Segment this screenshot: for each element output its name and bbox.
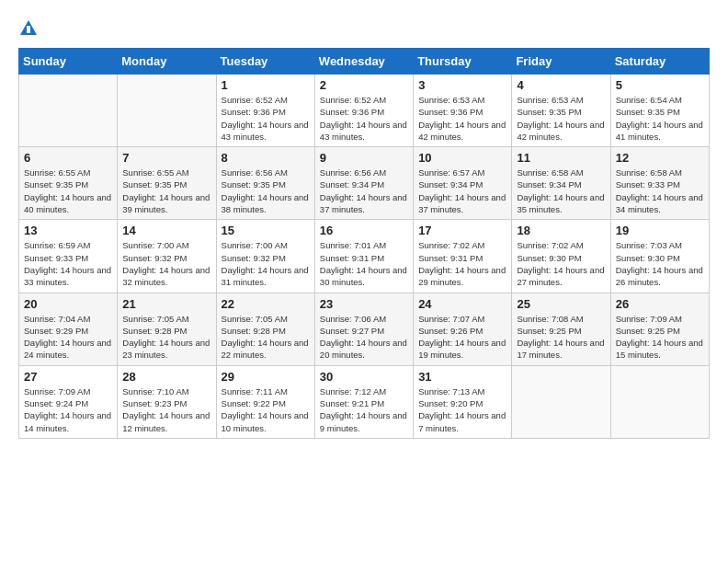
calendar-cell: 5Sunrise: 6:54 AM Sunset: 9:35 PM Daylig…: [610, 75, 709, 147]
weekday-header-wednesday: Wednesday: [314, 49, 413, 75]
day-number: 28: [122, 370, 210, 384]
day-number: 18: [517, 224, 605, 237]
day-number: 5: [616, 78, 704, 92]
calendar-cell: 24Sunrise: 7:07 AM Sunset: 9:26 PM Dayli…: [414, 293, 512, 365]
day-info: Sunrise: 6:52 AM Sunset: 9:36 PM Dayligh…: [320, 94, 408, 143]
calendar-cell: 14Sunrise: 7:00 AM Sunset: 9:32 PM Dayli…: [118, 220, 216, 293]
day-info: Sunrise: 6:55 AM Sunset: 9:35 PM Dayligh…: [24, 167, 112, 215]
header: [18, 18, 710, 39]
calendar-cell: 26Sunrise: 7:09 AM Sunset: 9:25 PM Dayli…: [610, 293, 709, 365]
day-number: 16: [320, 224, 408, 237]
day-number: 9: [320, 151, 408, 165]
day-number: 11: [517, 151, 605, 165]
day-number: 1: [222, 78, 310, 92]
weekday-header-friday: Friday: [512, 49, 610, 75]
calendar-week-row: 20Sunrise: 7:04 AM Sunset: 9:29 PM Dayli…: [19, 293, 710, 365]
weekday-header-saturday: Saturday: [610, 49, 709, 75]
logo: [18, 18, 42, 39]
weekday-header-row: SundayMondayTuesdayWednesdayThursdayFrid…: [19, 49, 710, 75]
day-number: 10: [418, 151, 506, 165]
day-number: 24: [418, 297, 506, 311]
calendar-cell: 3Sunrise: 6:53 AM Sunset: 9:36 PM Daylig…: [414, 75, 512, 147]
day-info: Sunrise: 7:01 AM Sunset: 9:31 PM Dayligh…: [320, 239, 408, 288]
calendar-cell: 10Sunrise: 6:57 AM Sunset: 9:34 PM Dayli…: [414, 147, 512, 220]
calendar-cell: 17Sunrise: 7:02 AM Sunset: 9:31 PM Dayli…: [414, 220, 512, 293]
calendar-cell: [19, 75, 118, 147]
day-info: Sunrise: 6:58 AM Sunset: 9:33 PM Dayligh…: [616, 167, 704, 215]
calendar-cell: 16Sunrise: 7:01 AM Sunset: 9:31 PM Dayli…: [314, 220, 413, 293]
weekday-header-thursday: Thursday: [414, 49, 512, 75]
day-number: 25: [517, 297, 605, 311]
day-info: Sunrise: 7:09 AM Sunset: 9:25 PM Dayligh…: [616, 313, 704, 362]
day-info: Sunrise: 7:03 AM Sunset: 9:30 PM Dayligh…: [616, 239, 704, 288]
calendar-cell: 6Sunrise: 6:55 AM Sunset: 9:35 PM Daylig…: [19, 147, 118, 220]
calendar-cell: [118, 75, 216, 147]
weekday-header-monday: Monday: [118, 49, 216, 75]
day-info: Sunrise: 7:05 AM Sunset: 9:28 PM Dayligh…: [122, 313, 210, 362]
day-number: 2: [320, 78, 408, 92]
day-number: 29: [222, 370, 310, 384]
day-info: Sunrise: 7:09 AM Sunset: 9:24 PM Dayligh…: [24, 385, 112, 434]
day-number: 3: [418, 78, 506, 92]
day-number: 17: [418, 224, 506, 237]
day-number: 13: [24, 224, 112, 237]
calendar-cell: 11Sunrise: 6:58 AM Sunset: 9:34 PM Dayli…: [512, 147, 610, 220]
day-info: Sunrise: 7:05 AM Sunset: 9:28 PM Dayligh…: [222, 313, 310, 362]
weekday-header-tuesday: Tuesday: [216, 49, 314, 75]
calendar-week-row: 1Sunrise: 6:52 AM Sunset: 9:36 PM Daylig…: [19, 75, 710, 147]
calendar-cell: 15Sunrise: 7:00 AM Sunset: 9:32 PM Dayli…: [216, 220, 314, 293]
calendar-cell: 28Sunrise: 7:10 AM Sunset: 9:23 PM Dayli…: [118, 365, 216, 438]
day-number: 6: [24, 151, 112, 165]
calendar-cell: 8Sunrise: 6:56 AM Sunset: 9:35 PM Daylig…: [216, 147, 314, 220]
day-info: Sunrise: 7:04 AM Sunset: 9:29 PM Dayligh…: [24, 313, 112, 362]
calendar-cell: 30Sunrise: 7:12 AM Sunset: 9:21 PM Dayli…: [314, 365, 413, 438]
day-number: 22: [222, 297, 310, 311]
day-info: Sunrise: 7:00 AM Sunset: 9:32 PM Dayligh…: [222, 239, 310, 288]
calendar-cell: 27Sunrise: 7:09 AM Sunset: 9:24 PM Dayli…: [19, 365, 118, 438]
day-number: 30: [320, 370, 408, 384]
day-info: Sunrise: 7:00 AM Sunset: 9:32 PM Dayligh…: [122, 239, 210, 288]
logo-icon: [18, 18, 39, 39]
calendar-cell: 12Sunrise: 6:58 AM Sunset: 9:33 PM Dayli…: [610, 147, 709, 220]
day-info: Sunrise: 7:06 AM Sunset: 9:27 PM Dayligh…: [320, 313, 408, 362]
weekday-header-sunday: Sunday: [19, 49, 118, 75]
day-info: Sunrise: 7:13 AM Sunset: 9:20 PM Dayligh…: [418, 385, 506, 434]
calendar-cell: 2Sunrise: 6:52 AM Sunset: 9:36 PM Daylig…: [314, 75, 413, 147]
day-number: 19: [616, 224, 704, 237]
day-info: Sunrise: 6:54 AM Sunset: 9:35 PM Dayligh…: [616, 94, 704, 143]
calendar-cell: 20Sunrise: 7:04 AM Sunset: 9:29 PM Dayli…: [19, 293, 118, 365]
calendar-week-row: 6Sunrise: 6:55 AM Sunset: 9:35 PM Daylig…: [19, 147, 710, 220]
calendar-cell: 9Sunrise: 6:56 AM Sunset: 9:34 PM Daylig…: [314, 147, 413, 220]
calendar-table: SundayMondayTuesdayWednesdayThursdayFrid…: [18, 48, 710, 439]
calendar-week-row: 13Sunrise: 6:59 AM Sunset: 9:33 PM Dayli…: [19, 220, 710, 293]
calendar-cell: 21Sunrise: 7:05 AM Sunset: 9:28 PM Dayli…: [118, 293, 216, 365]
day-info: Sunrise: 6:59 AM Sunset: 9:33 PM Dayligh…: [24, 239, 112, 288]
day-number: 21: [122, 297, 210, 311]
day-info: Sunrise: 7:10 AM Sunset: 9:23 PM Dayligh…: [122, 385, 210, 434]
day-info: Sunrise: 7:08 AM Sunset: 9:25 PM Dayligh…: [517, 313, 605, 362]
calendar-cell: [512, 365, 610, 438]
day-number: 7: [122, 151, 210, 165]
day-number: 4: [517, 78, 605, 92]
day-info: Sunrise: 6:53 AM Sunset: 9:36 PM Dayligh…: [418, 94, 506, 143]
calendar-cell: 18Sunrise: 7:02 AM Sunset: 9:30 PM Dayli…: [512, 220, 610, 293]
day-number: 31: [418, 370, 506, 384]
calendar-cell: 29Sunrise: 7:11 AM Sunset: 9:22 PM Dayli…: [216, 365, 314, 438]
calendar-cell: [610, 365, 709, 438]
day-number: 26: [616, 297, 704, 311]
calendar-cell: 1Sunrise: 6:52 AM Sunset: 9:36 PM Daylig…: [216, 75, 314, 147]
day-number: 15: [222, 224, 310, 237]
day-info: Sunrise: 6:55 AM Sunset: 9:35 PM Dayligh…: [122, 167, 210, 215]
calendar-cell: 13Sunrise: 6:59 AM Sunset: 9:33 PM Dayli…: [19, 220, 118, 293]
day-info: Sunrise: 7:07 AM Sunset: 9:26 PM Dayligh…: [418, 313, 506, 362]
calendar-week-row: 27Sunrise: 7:09 AM Sunset: 9:24 PM Dayli…: [19, 365, 710, 438]
calendar-cell: 22Sunrise: 7:05 AM Sunset: 9:28 PM Dayli…: [216, 293, 314, 365]
day-info: Sunrise: 6:52 AM Sunset: 9:36 PM Dayligh…: [222, 94, 310, 143]
day-info: Sunrise: 6:58 AM Sunset: 9:34 PM Dayligh…: [517, 167, 605, 215]
day-number: 23: [320, 297, 408, 311]
day-info: Sunrise: 7:11 AM Sunset: 9:22 PM Dayligh…: [222, 385, 310, 434]
svg-rect-1: [27, 26, 30, 33]
day-info: Sunrise: 7:12 AM Sunset: 9:21 PM Dayligh…: [320, 385, 408, 434]
calendar-cell: 4Sunrise: 6:53 AM Sunset: 9:35 PM Daylig…: [512, 75, 610, 147]
day-info: Sunrise: 6:57 AM Sunset: 9:34 PM Dayligh…: [418, 167, 506, 215]
